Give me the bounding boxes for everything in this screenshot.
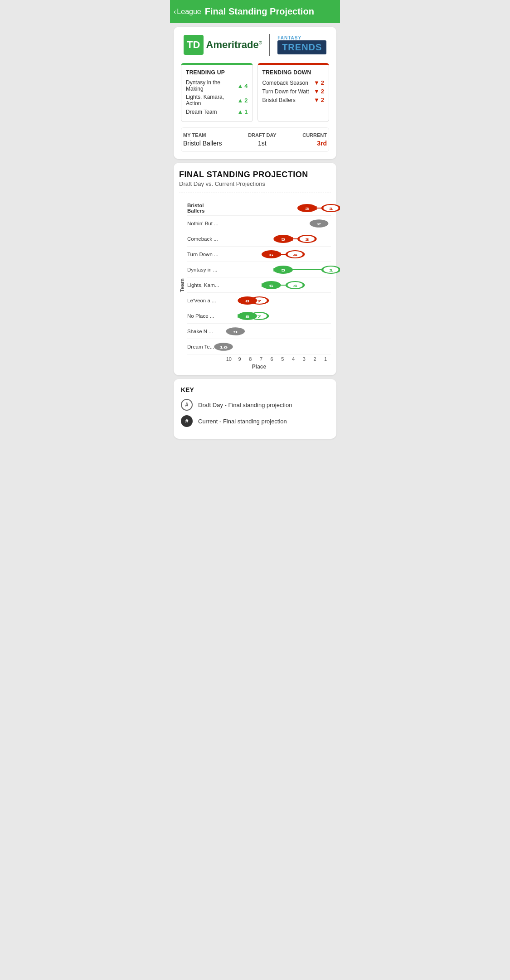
team-chart-svg: 10 xyxy=(223,339,331,354)
trending-down-item-1: Comeback Season ▼ 2 xyxy=(262,79,325,86)
key-item-filled: # Current - Final standing projection xyxy=(181,415,329,427)
team-chart-area: 13 xyxy=(223,200,331,216)
svg-text:10: 10 xyxy=(219,345,228,349)
key-dot-outline: # xyxy=(181,399,193,411)
team-label: Lights, Kam... xyxy=(187,282,223,288)
team-chart-svg: 35 xyxy=(223,231,331,247)
chevron-left-icon: ‹ xyxy=(174,8,176,16)
x-tick: 10 xyxy=(223,356,234,362)
team-label: Comeback ... xyxy=(187,236,223,242)
draft-day-val: 1st xyxy=(258,140,267,147)
key-section: KEY # Draft Day - Final standing project… xyxy=(174,379,336,439)
chart-row: Dream Te...10 xyxy=(187,339,331,354)
sponsor-banner: TD Ameritrade® FANTASY TRENDS xyxy=(181,34,329,56)
svg-text:1: 1 xyxy=(329,268,333,272)
trends-text: TRENDS xyxy=(282,42,322,52)
svg-text:3: 3 xyxy=(305,238,309,241)
page-title: Final Standing Projection xyxy=(205,6,314,17)
chart-subtitle: Draft Day vs. Current Projections xyxy=(179,180,331,187)
draft-day-label: DRAFT DAY xyxy=(248,132,277,138)
chart-row: Nothin' But ...2 xyxy=(187,216,331,231)
chart-inner: Bristol Ballers13Nothin' But ...2Comebac… xyxy=(187,200,331,370)
down-arrow-icon-3: ▼ xyxy=(314,97,320,103)
team-label: Dyntasy in ... xyxy=(187,267,223,272)
up-arrow-icon-2: ▲ xyxy=(237,97,243,104)
chart-section: FINAL STANDING PROJECTION Draft Day vs. … xyxy=(174,163,336,375)
team-chart-svg: 46 xyxy=(223,277,331,293)
my-team-row: MY TEAM Bristol Ballers DRAFT DAY 1st CU… xyxy=(181,127,329,152)
chart-row: Lights, Kam...46 xyxy=(187,277,331,293)
trending-down-item-3: Bristol Ballers ▼ 2 xyxy=(262,97,325,103)
team-label: Shake N ... xyxy=(187,329,223,334)
trending-down-label: TRENDING DOWN xyxy=(262,69,325,76)
trending-up-box: TRENDING UP Dyntasy in the Making ▲ 4 Li… xyxy=(181,63,253,122)
chart-divider xyxy=(179,193,331,193)
team-label: Turn Down ... xyxy=(187,252,223,257)
key-title: KEY xyxy=(181,386,329,393)
team-chart-svg: 46 xyxy=(223,247,331,262)
x-tick: 3 xyxy=(299,356,310,362)
chart-rows: Bristol Ballers13Nothin' But ...2Comebac… xyxy=(187,200,331,354)
key-item-outline: # Draft Day - Final standing projection xyxy=(181,399,329,411)
x-tick: 6 xyxy=(267,356,277,362)
team-chart-svg: 15 xyxy=(223,262,331,277)
x-tick: 7 xyxy=(256,356,267,362)
team-chart-area: 2 xyxy=(223,216,331,231)
team-chart-svg: 2 xyxy=(223,216,331,231)
svg-text:4: 4 xyxy=(293,253,297,257)
td-icon: TD xyxy=(184,35,204,55)
team-label: No Place ... xyxy=(187,313,223,319)
x-tick: 5 xyxy=(277,356,288,362)
team-chart-svg: 78 xyxy=(223,308,331,324)
chart-row: No Place ...78 xyxy=(187,308,331,324)
main-card: TD Ameritrade® FANTASY TRENDS TRENDING U… xyxy=(174,27,336,159)
current-label: CURRENT xyxy=(302,132,327,138)
team-chart-svg: 9 xyxy=(223,324,331,339)
x-tick: 8 xyxy=(245,356,256,362)
x-axis: 10987654321 xyxy=(223,356,331,362)
trending-down-item-2: Turn Down for Watt ▼ 2 xyxy=(262,88,325,95)
trending-row: TRENDING UP Dyntasy in the Making ▲ 4 Li… xyxy=(181,63,329,122)
team-chart-area: 78 xyxy=(223,308,331,324)
svg-text:6: 6 xyxy=(269,284,273,287)
svg-text:9: 9 xyxy=(233,330,238,334)
team-chart-area: 15 xyxy=(223,262,331,277)
team-chart-svg: 13 xyxy=(223,200,331,216)
fantasy-text: FANTASY xyxy=(277,35,301,40)
draft-day-col: DRAFT DAY 1st xyxy=(248,132,277,147)
chart-row: Shake N ...9 xyxy=(187,324,331,339)
x-axis-label: Place xyxy=(187,364,331,370)
x-tick: 4 xyxy=(288,356,299,362)
chart-row: Comeback ...35 xyxy=(187,231,331,247)
my-team-name: Bristol Ballers xyxy=(183,140,222,147)
svg-text:2: 2 xyxy=(317,222,321,226)
team-chart-area: 9 xyxy=(223,324,331,339)
team-chart-area: 46 xyxy=(223,277,331,293)
fantasy-trends-logo: FANTASY TRENDS xyxy=(277,35,326,54)
trending-up-item-3: Dream Team ▲ 1 xyxy=(186,108,248,115)
back-button[interactable]: ‹ League xyxy=(174,8,201,16)
key-dot-filled: # xyxy=(181,415,193,427)
chart-container: Team Bristol Ballers13Nothin' But ...2Co… xyxy=(179,200,331,370)
svg-text:8: 8 xyxy=(245,315,249,318)
current-val: 3rd xyxy=(317,140,327,147)
up-arrow-icon-1: ▲ xyxy=(237,82,243,89)
trending-up-item-1: Dyntasy in the Making ▲ 4 xyxy=(186,79,248,92)
trending-down-box: TRENDING DOWN Comeback Season ▼ 2 Turn D… xyxy=(257,63,330,122)
key-label-filled: Current - Final standing projection xyxy=(198,418,287,425)
trends-box: TRENDS xyxy=(277,40,326,54)
chart-title: FINAL STANDING PROJECTION xyxy=(179,170,331,180)
chart-row: Bristol Ballers13 xyxy=(187,200,331,216)
header: ‹ League Final Standing Projection xyxy=(170,0,340,23)
svg-text:7: 7 xyxy=(257,299,261,303)
team-chart-svg: 78 xyxy=(223,293,331,308)
trending-up-item-2: Lights, Kamara, Action ▲ 2 xyxy=(186,94,248,107)
team-chart-area: 35 xyxy=(223,231,331,247)
my-team-col: MY TEAM Bristol Ballers xyxy=(183,132,222,147)
team-chart-area: 46 xyxy=(223,247,331,262)
down-arrow-icon-1: ▼ xyxy=(314,79,320,86)
trending-up-label: TRENDING UP xyxy=(186,69,248,76)
my-team-label: MY TEAM xyxy=(183,132,222,138)
chart-row: Le'Veon a ...78 xyxy=(187,293,331,308)
svg-text:5: 5 xyxy=(281,238,285,241)
